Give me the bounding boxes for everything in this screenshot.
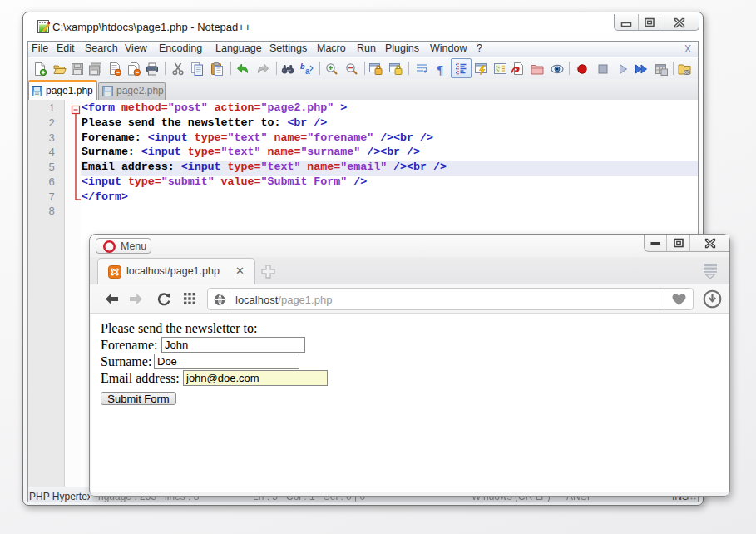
svg-text:¶: ¶ (437, 63, 443, 77)
svg-text:a: a (305, 67, 310, 76)
